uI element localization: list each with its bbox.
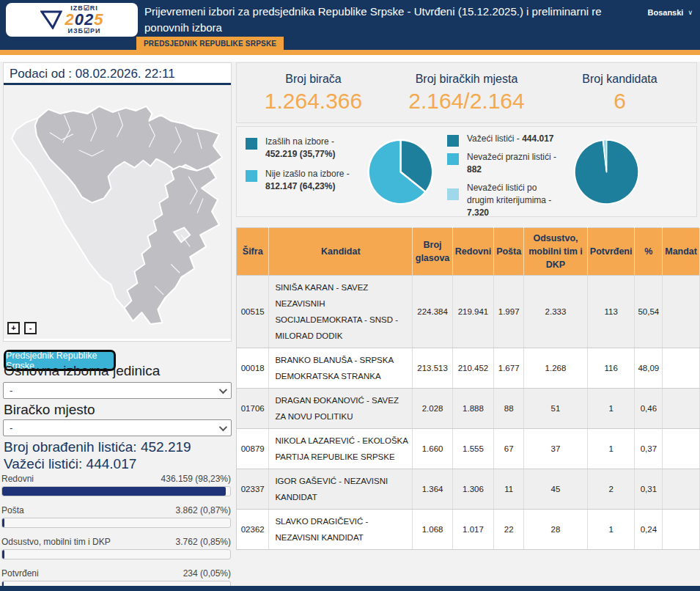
- table-row: 02337IGOR GAŠEVIĆ - NEZAVISNI KANDIDAT 1…: [237, 469, 700, 510]
- accent-bar: [0, 50, 700, 55]
- turnout-legend: Izašlih na izbore - 452.219 (35,77%) Nij…: [246, 136, 361, 200]
- filter-label-osnovna-izborna-jedinica: Osnovna izborna jedinica: [4, 363, 160, 379]
- column-header-posta: Pošta: [494, 228, 524, 276]
- spacer-strip: [0, 55, 700, 62]
- turnout-pie-chart: [366, 137, 435, 207]
- izbori-2025-logo: IZB☑RI 2025 ИЗБ☑РИ: [6, 3, 138, 37]
- column-header-mandat: Mandat: [663, 228, 700, 276]
- progress-odsustvo: Odsustvo, mobilni tim i DKP3.762 (0,85%): [1, 537, 231, 559]
- map-zoom-out-button[interactable]: -: [24, 322, 37, 334]
- footer-bar: [0, 586, 700, 591]
- app-header: IZB☑RI 2025 ИЗБ☑РИ Prijevremeni izbori z…: [0, 0, 700, 50]
- legend-item-vazeci: Važeći listići - 444.017: [447, 133, 564, 145]
- table-row: 00879NIKOLA LAZAREVIĆ - EKOLOŠKA PARTIJA…: [237, 429, 700, 469]
- legend-swatch-pale-teal: [447, 188, 459, 200]
- table-row: 00515SINIŠA KARAN - SAVEZ NEZAVISNIH SOC…: [237, 276, 700, 348]
- biracko-mjesto-select[interactable]: -: [3, 419, 232, 436]
- progress-posta: Pošta3.862 (0,87%): [1, 505, 231, 528]
- table-row: 01706DRAGAN ĐOKANOVIĆ - SAVEZ ZA NOVU PO…: [237, 389, 700, 429]
- legend-swatch-dark-teal: [447, 135, 459, 147]
- column-header-odsustvo: Odsustvo, mobilni tim i DKP: [524, 228, 588, 276]
- legend-item-nije-izaslo: Nije izašlo na izbore - 812.147 (64,23%): [246, 168, 361, 193]
- tab-predsjednik-republike-srpske[interactable]: PREDSJEDNIK REPUBLIKE SRPSKE: [136, 37, 284, 50]
- chevron-down-icon: [219, 422, 227, 430]
- osnovna-izborna-jedinica-select[interactable]: -: [3, 382, 232, 399]
- logo-text-bottom: ИЗБ☑РИ: [67, 28, 100, 34]
- legend-item-izaslih: Izašlih na izbore - 452.219 (35,77%): [246, 136, 361, 161]
- map-panel: Podaci od : 08.02.2026. 22:11 + -: [3, 62, 232, 342]
- column-header-potvrdjeni: Potvrđeni: [587, 228, 635, 276]
- results-table: Šifra Kandidat Broj glasova Redovni Pošt…: [236, 227, 700, 550]
- stat-broj-birackih-mjesta: Broj biračkih mjesta 2.164/2.164: [390, 63, 543, 122]
- stat-broj-kandidata: Broj kandidata 6: [543, 63, 696, 122]
- filter-label-biracko-mjesto: Biračko mjesto: [4, 402, 95, 418]
- processed-ballots-text: Broj obrađenih listića: 452.219: [4, 439, 191, 455]
- table-row: 00018BRANKO BLANUŠA - SRPSKA DEMOKRATSKA…: [237, 348, 700, 389]
- table-row: 02362SLAVKO DRAGIČEVIĆ - NEZAVISNI KANDI…: [237, 510, 700, 550]
- legend-item-nevazeci-prazni: Nevažeći prazni listići - 882: [447, 151, 564, 176]
- column-header-redovni: Redovni: [452, 228, 493, 276]
- pie-charts-panel: Izašlih na izbore - 452.219 (35,77%) Nij…: [236, 126, 697, 217]
- language-selector[interactable]: Bosanski ∨: [647, 8, 693, 17]
- column-header-percent: %: [635, 228, 663, 276]
- data-timestamp: Podaci od : 08.02.2026. 22:11: [4, 63, 231, 85]
- legend-swatch-mid-teal: [447, 153, 459, 165]
- summary-stats-panel: Broj birača 1.264.366 Broj biračkih mjes…: [236, 62, 697, 123]
- column-header-sifra: Šifra: [237, 228, 269, 276]
- legend-swatch-dark-teal: [246, 138, 257, 150]
- progress-redovni: Redovni436.159 (98,23%): [1, 474, 231, 496]
- table-header-row: Šifra Kandidat Broj glasova Redovni Pošt…: [237, 228, 700, 276]
- stat-broj-biraca: Broj birača 1.264.366: [237, 63, 390, 122]
- legend-swatch-mid-teal: [246, 170, 257, 182]
- bosnia-map[interactable]: + -: [4, 85, 231, 339]
- ballots-legend: Važeći listići - 444.017 Nevažeći prazni…: [447, 133, 564, 227]
- map-zoom-in-button[interactable]: +: [7, 322, 20, 334]
- ballots-pie-chart: [572, 137, 641, 207]
- legend-item-nevazeci-drugi: Nevažeći listići po drugim kriterijumima…: [447, 182, 564, 219]
- logo-year: 2025: [65, 12, 104, 28]
- valid-ballots-text: Važeći listići: 444.017: [4, 456, 136, 472]
- chevron-down-icon: [219, 385, 227, 393]
- column-header-broj-glasova: Broj glasova: [413, 228, 453, 276]
- chevron-down-icon: ∨: [688, 9, 693, 16]
- page-title: Prijevremeni izbori za predsjednika Repu…: [144, 4, 614, 36]
- logo-triangle-icon: [40, 10, 62, 29]
- bosnia-map-svg: [6, 88, 229, 334]
- column-header-kandidat: Kandidat: [269, 228, 413, 276]
